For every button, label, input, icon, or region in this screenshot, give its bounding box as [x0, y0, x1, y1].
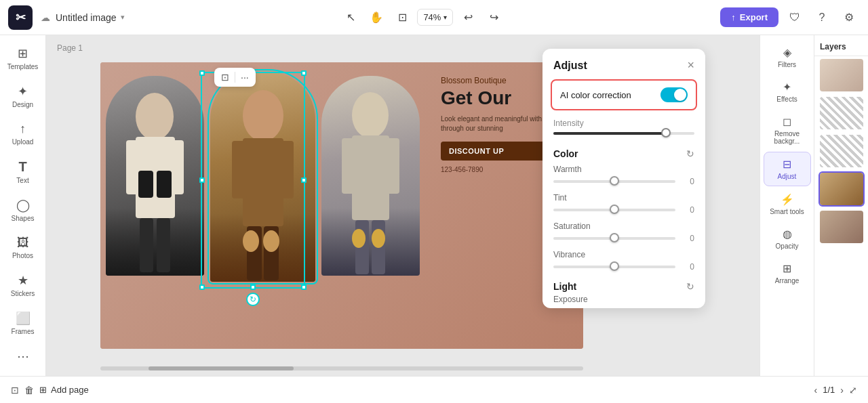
saturation-thumb[interactable]	[610, 233, 619, 242]
redo-btn[interactable]: ↪	[483, 7, 505, 28]
arrange-label: Arrange	[775, 277, 800, 284]
document-title[interactable]: ☁ Untitled image ▾	[41, 12, 125, 23]
handle-tl[interactable]	[199, 70, 205, 76]
hand-tool-btn[interactable]: ✋	[366, 7, 387, 28]
more-options-icon[interactable]: ···	[241, 72, 249, 83]
export-button[interactable]: ↑ Export	[720, 7, 778, 27]
layer-thumb-3[interactable]	[820, 135, 863, 167]
warmth-slider[interactable]	[553, 180, 675, 183]
sidebar-item-stickers[interactable]: ★ Stickers	[3, 268, 43, 303]
vibrance-slider[interactable]	[553, 266, 675, 268]
vibrance-value: 0	[681, 262, 694, 272]
rp-opacity[interactable]: ◍ Opacity	[764, 222, 811, 255]
prev-page-icon[interactable]: ‹	[814, 385, 818, 396]
svg-point-15	[263, 230, 279, 252]
sidebar-item-frames[interactable]: ⬜ Frames	[3, 305, 43, 341]
design-label: Design	[12, 101, 33, 108]
rp-adjust[interactable]: ⊟ Adjust	[764, 152, 811, 186]
ai-correction-row: AI color correction	[551, 79, 697, 110]
photo-1[interactable]	[106, 76, 204, 276]
sidebar-item-photos[interactable]: 🖼 Photos	[3, 230, 43, 265]
saturation-label: Saturation	[553, 221, 694, 231]
layer-thumb-1[interactable]	[820, 59, 863, 91]
handle-br[interactable]	[301, 284, 307, 290]
canvas-area[interactable]: Page 1	[46, 35, 760, 376]
sidebar-item-more[interactable]: ⋯	[3, 343, 43, 369]
svg-rect-19	[386, 138, 399, 194]
smart-tools-label: Smart tools	[770, 208, 804, 215]
handle-bl[interactable]	[199, 284, 205, 290]
templates-icon: ⊞	[18, 46, 28, 61]
shield-btn[interactable]: 🛡	[784, 7, 806, 28]
copy-icon[interactable]: ⊡	[11, 385, 19, 396]
panel-header: Adjust ×	[542, 49, 705, 79]
effects-label: Effects	[776, 96, 797, 103]
stickers-label: Stickers	[11, 290, 35, 297]
shapes-label: Shapes	[12, 215, 35, 222]
add-page-label: Add page	[51, 385, 89, 395]
templates-label: Templates	[7, 63, 39, 70]
panel-close-btn[interactable]: ×	[687, 58, 694, 72]
bottombar: ⊡ 🗑 ⊞ Add page ‹ 1/1 › ⤢	[0, 376, 868, 403]
canvas-scrollbar[interactable]	[100, 366, 583, 370]
help-btn[interactable]: ?	[811, 7, 833, 28]
view-options-btn[interactable]: ⊡	[391, 7, 413, 28]
vibrance-label: Vibrance	[553, 250, 694, 259]
rp-filters[interactable]: ◈ Filters	[764, 41, 811, 74]
svg-point-8	[243, 90, 283, 142]
tint-label: Tint	[553, 193, 694, 203]
warmth-thumb[interactable]	[610, 176, 619, 186]
sidebar-item-text[interactable]: T Text	[3, 154, 43, 190]
layer-thumb-2[interactable]	[820, 97, 863, 129]
light-title: Light	[553, 281, 576, 292]
opacity-icon: ◍	[783, 228, 792, 240]
undo-btn[interactable]: ↩	[457, 7, 479, 28]
saturation-row: Saturation 0	[542, 220, 705, 249]
topbar-center: ↖ ✋ ⊡ 74% ▾ ↩ ↪	[130, 7, 715, 28]
settings-btn[interactable]: ⚙	[838, 7, 860, 28]
delete-icon[interactable]: 🗑	[24, 385, 34, 396]
photo-2-selected[interactable]	[210, 72, 315, 282]
ai-correction-toggle[interactable]	[660, 87, 688, 102]
next-page-icon[interactable]: ›	[840, 385, 844, 396]
handle-bm[interactable]	[250, 284, 256, 290]
layer-thumb-4[interactable]	[820, 173, 863, 205]
rp-effects[interactable]: ✦ Effects	[764, 75, 811, 108]
rp-remove-bg[interactable]: ◻ Remove backgr...	[764, 110, 811, 150]
effects-icon: ✦	[783, 81, 791, 93]
tint-row: Tint 0	[542, 192, 705, 220]
intensity-thumb[interactable]	[661, 128, 671, 137]
svg-rect-9	[243, 138, 283, 226]
select-tool-btn[interactable]: ↖	[340, 7, 361, 28]
rp-arrange[interactable]: ⊞ Arrange	[764, 257, 811, 290]
intensity-label: Intensity	[553, 119, 694, 128]
sidebar-item-design[interactable]: ✦ Design	[3, 79, 43, 114]
tint-slider[interactable]	[553, 209, 675, 211]
intensity-slider[interactable]	[553, 132, 694, 135]
color-section-header: Color ↻	[542, 143, 705, 163]
sidebar-item-templates[interactable]: ⊞ Templates	[3, 41, 43, 76]
sidebar-item-upload[interactable]: ↑ Upload	[3, 116, 43, 151]
svg-rect-5	[157, 218, 170, 272]
exposure-label: Exposure	[553, 295, 694, 304]
add-page-btn[interactable]: ⊞ Add page	[39, 385, 89, 395]
layer-thumb-5[interactable]	[820, 211, 863, 243]
color-refresh-icon[interactable]: ↻	[686, 148, 694, 159]
tint-thumb[interactable]	[610, 205, 619, 214]
rp-smart-tools[interactable]: ⚡ Smart tools	[764, 188, 811, 221]
more-icon: ⋯	[17, 349, 29, 364]
ai-correction-label: AI color correction	[560, 90, 631, 100]
light-refresh-icon[interactable]: ↻	[686, 281, 694, 292]
scrollbar-thumb[interactable]	[149, 366, 294, 370]
topbar-right: ↑ Export 🛡 ? ⚙	[720, 7, 860, 28]
svg-point-16	[352, 92, 389, 138]
crop-icon[interactable]: ⊡	[221, 72, 229, 83]
vibrance-thumb[interactable]	[610, 261, 619, 271]
svg-rect-7	[157, 171, 172, 198]
saturation-slider[interactable]	[553, 237, 675, 240]
sidebar-item-shapes[interactable]: ◯ Shapes	[3, 192, 43, 228]
photo-3[interactable]	[321, 76, 420, 276]
zoom-control[interactable]: 74% ▾	[417, 9, 453, 26]
rotate-handle[interactable]: ↻	[246, 293, 260, 306]
fullscreen-icon[interactable]: ⤢	[849, 385, 857, 396]
